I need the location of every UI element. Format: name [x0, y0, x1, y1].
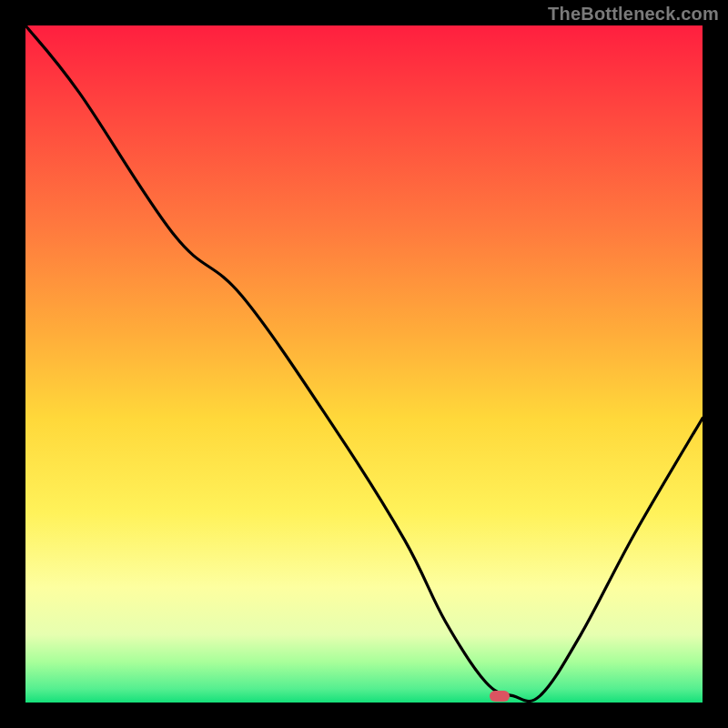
- optimal-marker: [490, 691, 510, 702]
- plot-area: [25, 25, 703, 703]
- bottleneck-curve-path: [25, 25, 703, 702]
- chart-frame: TheBottleneck.com: [0, 0, 728, 728]
- watermark-text: TheBottleneck.com: [548, 4, 719, 25]
- curve-svg: [25, 25, 703, 703]
